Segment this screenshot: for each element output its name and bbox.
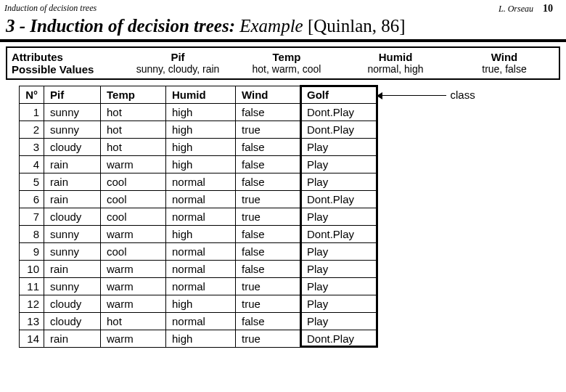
attr-col: Pifsunny, cloudy, rain [123, 48, 232, 78]
table-row: 13cloudyhotnormalfalsePlay [20, 313, 378, 330]
attributes-box: Attributes Possible Values Pifsunny, clo… [6, 46, 560, 80]
table-header: N° [20, 86, 44, 104]
attr-col: Humidnormal, high [341, 48, 450, 78]
table-header: Pif [44, 86, 101, 104]
author: L. Orseau [499, 4, 533, 14]
attributes-columns: Pifsunny, cloudy, rainTemphot, warm, coo… [123, 48, 559, 78]
table-row: 5raincoolnormalfalsePlay [20, 173, 378, 191]
attributes-label: Attributes Possible Values [7, 48, 123, 78]
table-row: 10rainwarmnormalfalsePlay [20, 261, 378, 278]
page-number: 10 [543, 3, 553, 14]
attr-col: Windtrue, false [450, 48, 559, 78]
table-row: 11sunnywarmnormaltruePlay [20, 278, 378, 295]
table-row: 3cloudyhothighfalsePlay [20, 139, 378, 156]
title-example: Example [235, 16, 308, 36]
table-row: 2sunnyhothightrueDont.Play [20, 121, 378, 139]
table-header: Temp [101, 86, 166, 104]
title-section: 3 - Induction of decision trees: [6, 16, 235, 36]
table-row: 9sunnycoolnormalfalsePlay [20, 243, 378, 261]
table-row: 7cloudycoolnormaltruePlay [20, 208, 378, 226]
table-row: 12cloudywarmhightruePlay [20, 295, 378, 313]
table-header: Wind [236, 86, 301, 104]
class-label: class [451, 89, 475, 101]
table-header: Humid [166, 86, 236, 104]
page-title: 3 - Induction of decision trees: Example… [0, 15, 566, 42]
table-row: 6raincoolnormaltrueDont.Play [20, 191, 378, 208]
table-row: 1sunnyhothighfalseDont.Play [20, 104, 378, 121]
data-table-wrap: N°PifTempHumidWindGolf1sunnyhothighfalse… [19, 86, 566, 348]
table-row: 14rainwarmhightrueDont.Play [20, 330, 378, 348]
title-citation: [Quinlan, 86] [308, 16, 406, 36]
table-row: 8sunnywarmhighfalseDont.Play [20, 226, 378, 243]
table-row: 4rainwarmhighfalsePlay [20, 156, 378, 173]
data-table: N°PifTempHumidWindGolf1sunnyhothighfalse… [19, 86, 378, 348]
class-arrow [381, 95, 446, 96]
table-header: Golf [301, 86, 378, 104]
header-bar: Induction of decision trees L. Orseau 10 [0, 0, 566, 15]
doc-title: Induction of decision trees [4, 3, 97, 15]
attr-col: Temphot, warm, cool [232, 48, 341, 78]
